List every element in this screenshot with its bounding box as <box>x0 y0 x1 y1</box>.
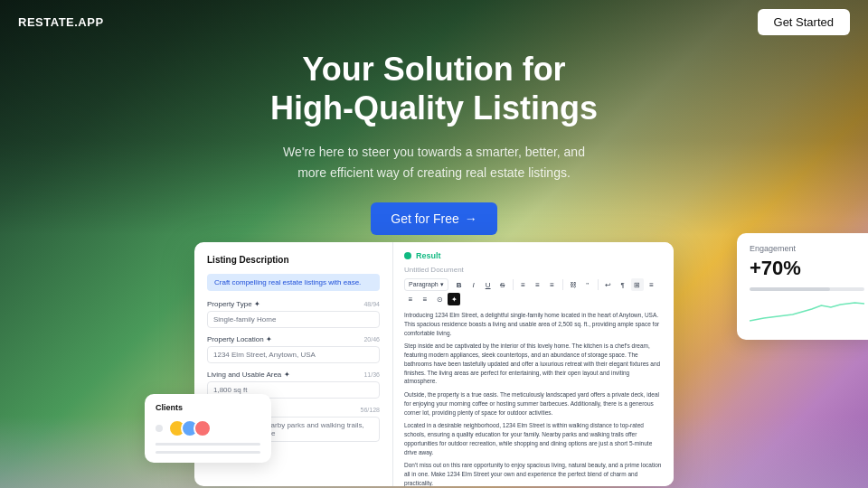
doc-para-3: Outside, the property is a true oasis. T… <box>404 390 663 417</box>
align-center-button[interactable]: ≡ <box>532 278 544 291</box>
hero-cta-button[interactable]: Get for Free → <box>371 202 496 235</box>
engagement-bar <box>750 287 864 291</box>
align-right-button[interactable]: ≡ <box>546 278 559 291</box>
clients-bar2-container <box>156 451 260 454</box>
bold-button[interactable]: B <box>453 278 466 291</box>
ordered-list-button[interactable]: ≡ <box>404 293 417 305</box>
result-label: Result <box>416 251 441 260</box>
engagement-card: Engagement +70% <box>737 233 868 340</box>
ai-button[interactable]: ✦ <box>448 293 460 305</box>
client-avatar-3 <box>193 419 212 437</box>
undo-button[interactable]: ↩ <box>602 278 615 291</box>
engagement-chart <box>750 298 864 325</box>
hero-cta-arrow: → <box>465 211 477 226</box>
property-type-input[interactable]: Single-family Home <box>207 311 380 328</box>
property-location-group: Property Location ✦ 20/46 1234 Elm Stree… <box>207 335 380 363</box>
table-button[interactable]: ⊞ <box>631 278 644 291</box>
toolbar-divider-3 <box>598 279 599 290</box>
toolbar-divider-1 <box>513 279 514 290</box>
doc-para-4: Located in a desirable neighborhood, 123… <box>404 421 663 456</box>
clients-bar-2 <box>156 451 260 454</box>
clients-bar-fill <box>156 443 213 446</box>
clients-card: Clients <box>145 394 271 463</box>
doc-para-1: Introducing 1234 Elm Street, a delightfu… <box>404 311 663 337</box>
emoji-button[interactable]: ⊙ <box>433 293 446 305</box>
client-avatars <box>168 419 212 437</box>
toolbar-divider-2 <box>562 279 563 290</box>
indent-button[interactable]: ≡ <box>419 293 431 305</box>
hero-subtitle: We're here to steer you towards a smarte… <box>271 142 597 183</box>
link-button[interactable]: ⛓ <box>567 278 580 291</box>
clients-title: Clients <box>156 403 260 412</box>
list-button[interactable]: ≡ <box>646 278 658 291</box>
navbar: RESTATE.APP Get Started <box>0 0 868 43</box>
underline-button[interactable]: U <box>482 278 495 291</box>
engagement-value: +70% <box>750 257 864 280</box>
italic-button[interactable]: I <box>467 278 480 291</box>
align-left-button[interactable]: ≡ <box>517 278 530 291</box>
clients-bar <box>156 443 260 446</box>
get-started-button[interactable]: Get Started <box>758 9 850 35</box>
hero-title: Your Solution for High-Quality Listings <box>0 50 868 127</box>
living-area-label: Living and Usable Area ✦ <box>207 371 290 379</box>
living-area-counter: 11/36 <box>363 371 380 378</box>
doc-title: Untitled Document <box>404 266 663 274</box>
engagement-title: Engagement <box>750 244 864 253</box>
property-location-counter: 20/46 <box>363 336 380 343</box>
brand-logo: RESTATE.APP <box>18 15 104 29</box>
hero-content: Your Solution for High-Quality Listings … <box>0 50 868 235</box>
property-type-group: Property Type ✦ 48/94 Single-family Home <box>207 300 380 328</box>
clients-row <box>156 419 260 437</box>
quote-button[interactable]: " <box>581 278 594 291</box>
property-type-counter: 48/94 <box>363 301 380 307</box>
strikethrough-button[interactable]: S <box>496 278 509 291</box>
client-status-dot <box>156 425 163 432</box>
property-location-input[interactable]: 1234 Elm Street, Anytown, USA <box>207 346 380 363</box>
app-preview: Listing Description Craft compelling rea… <box>194 242 868 488</box>
nearby-counter: 56/128 <box>361 407 380 413</box>
toolbar: Paragraph ▾ B I U S ≡ ≡ ≡ ⛓ " ↩ ¶ ⊞ ≡ ≡ … <box>404 278 663 305</box>
hero-cta-label: Get for Free <box>391 211 458 226</box>
property-location-label: Property Location ✦ <box>207 335 272 343</box>
property-type-label: Property Type ✦ <box>207 300 260 308</box>
result-dot <box>404 252 411 259</box>
result-header: Result <box>404 251 663 260</box>
doc-para-2: Step inside and be captivated by the int… <box>404 342 663 386</box>
listing-description-title: Listing Description <box>207 255 380 265</box>
right-panel: Result Untitled Document Paragraph ▾ B I… <box>393 242 674 486</box>
paragraph-select[interactable]: Paragraph ▾ <box>404 278 448 291</box>
engagement-bar-fill <box>750 287 830 291</box>
craft-input[interactable]: Craft compelling real estate listings wi… <box>207 274 380 291</box>
doc-para-5: Don't miss out on this rare opportunity … <box>404 461 663 486</box>
redo-button[interactable]: ¶ <box>617 278 629 291</box>
doc-body: Introducing 1234 Elm Street, a delightfu… <box>404 311 663 486</box>
